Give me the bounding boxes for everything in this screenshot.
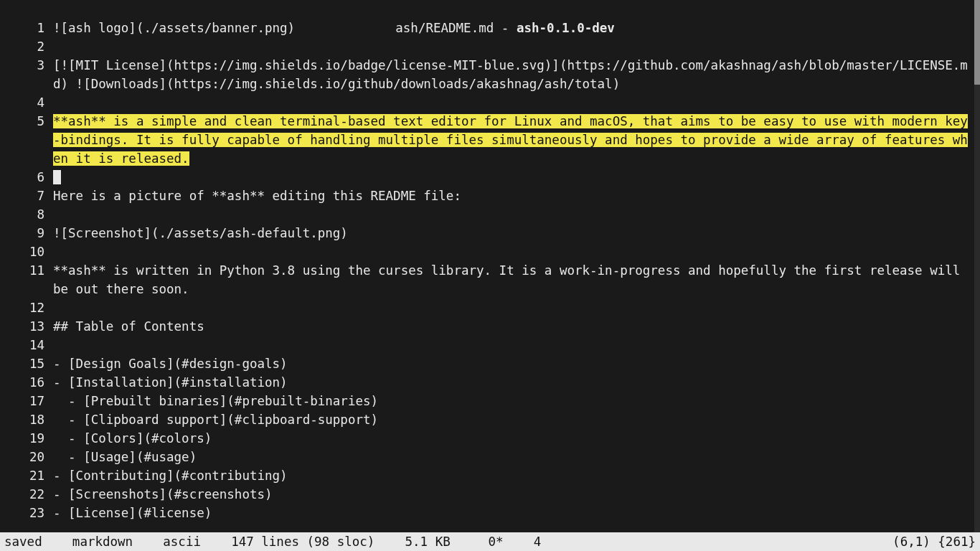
editor-line[interactable]: 7Here is a picture of **ash** editing th… bbox=[0, 187, 974, 205]
line-number: 20 bbox=[0, 448, 53, 466]
titlebar: ash/README.md - ash-0.1.0-dev bbox=[0, 0, 980, 19]
status-mode: markdown bbox=[72, 534, 133, 549]
editor-line[interactable]: 19 - [Colors](#colors) bbox=[0, 429, 974, 448]
editor-area[interactable]: 1![ash logo](./assets/banner.png)23[![MI… bbox=[0, 19, 974, 532]
editor-line[interactable]: 10 bbox=[0, 242, 974, 261]
editor-line[interactable]: 5**ash** is a simple and clean terminal-… bbox=[0, 112, 974, 168]
line-content[interactable]: - [Clipboard support](#clipboard-support… bbox=[53, 410, 974, 429]
line-number: 9 bbox=[0, 224, 53, 242]
editor-line[interactable]: 20 - [Usage](#usage) bbox=[0, 448, 974, 466]
line-number: 19 bbox=[0, 429, 53, 448]
status-saved: saved bbox=[4, 534, 42, 549]
line-number: 22 bbox=[0, 485, 53, 504]
line-number: 3 bbox=[0, 56, 53, 75]
editor-line[interactable]: 23- [License](#license) bbox=[0, 504, 974, 522]
line-content[interactable]: Here is a picture of **ash** editing thi… bbox=[53, 187, 974, 205]
line-number: 14 bbox=[0, 336, 53, 354]
line-number: 1 bbox=[0, 19, 53, 37]
editor-line[interactable]: 2 bbox=[0, 37, 974, 56]
editor-line[interactable]: 16- [Installation](#installation) bbox=[0, 373, 974, 392]
line-number: 21 bbox=[0, 466, 53, 485]
line-content[interactable]: - [Installation](#installation) bbox=[53, 373, 974, 392]
line-number: 12 bbox=[0, 298, 53, 317]
status-tabsize: 4 bbox=[534, 534, 542, 549]
editor-line[interactable]: 1![ash logo](./assets/banner.png) bbox=[0, 19, 974, 37]
line-content[interactable]: - [Prebuilt binaries](#prebuilt-binaries… bbox=[53, 392, 974, 410]
line-number: 16 bbox=[0, 373, 53, 392]
line-content[interactable]: **ash** is written in Python 3.8 using t… bbox=[53, 261, 974, 298]
editor-line[interactable]: 14 bbox=[0, 336, 974, 354]
status-lines: 147 lines (98 sloc) bbox=[231, 534, 374, 549]
editor-line[interactable]: 15- [Design Goals](#design-goals) bbox=[0, 354, 974, 373]
status-encoding: ascii bbox=[163, 534, 201, 549]
line-content[interactable]: - [Design Goals](#design-goals) bbox=[53, 354, 974, 373]
editor-line[interactable]: 8 bbox=[0, 205, 974, 224]
line-content[interactable]: - [Screenshots](#screenshots) bbox=[53, 485, 974, 504]
line-number: 11 bbox=[0, 261, 53, 280]
status-left: saved markdown ascii 147 lines (98 sloc)… bbox=[4, 532, 541, 551]
line-content[interactable]: - [Contributing](#contributing) bbox=[53, 466, 974, 485]
line-content[interactable]: - [Colors](#colors) bbox=[53, 429, 974, 448]
line-number: 18 bbox=[0, 410, 53, 429]
editor-line[interactable]: 6 bbox=[0, 168, 974, 187]
editor-line[interactable]: 22- [Screenshots](#screenshots) bbox=[0, 485, 974, 504]
line-number: 2 bbox=[0, 37, 53, 56]
line-number: 10 bbox=[0, 242, 53, 261]
line-content[interactable]: ![ash logo](./assets/banner.png) bbox=[53, 19, 974, 37]
line-number: 7 bbox=[0, 187, 53, 205]
editor-line[interactable]: 11**ash** is written in Python 3.8 using… bbox=[0, 261, 974, 298]
statusbar: saved markdown ascii 147 lines (98 sloc)… bbox=[0, 532, 980, 551]
editor-line[interactable]: 18 - [Clipboard support](#clipboard-supp… bbox=[0, 410, 974, 429]
line-content[interactable]: ![Screenshot](./assets/ash-default.png) bbox=[53, 224, 974, 242]
line-number: 15 bbox=[0, 354, 53, 373]
editor-line[interactable]: 4 bbox=[0, 93, 974, 112]
line-number: 8 bbox=[0, 205, 53, 224]
editor-line[interactable]: 3[![MIT License](https://img.shields.io/… bbox=[0, 56, 974, 93]
line-content[interactable]: - [License](#license) bbox=[53, 504, 974, 522]
line-content[interactable]: - [Usage](#usage) bbox=[53, 448, 974, 466]
scrollbar[interactable] bbox=[974, 0, 980, 551]
line-content[interactable]: **ash** is a simple and clean terminal-b… bbox=[53, 112, 974, 168]
editor-line[interactable]: 17 - [Prebuilt binaries](#prebuilt-binar… bbox=[0, 392, 974, 410]
editor-line[interactable]: 21- [Contributing](#contributing) bbox=[0, 466, 974, 485]
line-number: 4 bbox=[0, 93, 53, 112]
editor-line[interactable]: 13## Table of Contents bbox=[0, 317, 974, 336]
editor-window: ash/README.md - ash-0.1.0-dev 1![ash log… bbox=[0, 0, 980, 551]
editor-line[interactable]: 12 bbox=[0, 298, 974, 317]
line-number: 5 bbox=[0, 112, 53, 131]
status-modified: 0* bbox=[488, 534, 503, 549]
line-number: 23 bbox=[0, 504, 53, 522]
status-size: 5.1 KB bbox=[405, 534, 450, 549]
line-number: 6 bbox=[0, 168, 53, 187]
line-number: 17 bbox=[0, 392, 53, 410]
line-content[interactable] bbox=[53, 168, 974, 187]
line-content[interactable]: [![MIT License](https://img.shields.io/b… bbox=[53, 56, 974, 93]
line-content[interactable]: ## Table of Contents bbox=[53, 317, 974, 336]
editor-line[interactable]: 9![Screenshot](./assets/ash-default.png) bbox=[0, 224, 974, 242]
scrollbar-thumb[interactable] bbox=[974, 0, 980, 85]
line-number: 13 bbox=[0, 317, 53, 336]
status-pos: (6,1) {261} bbox=[892, 532, 976, 551]
